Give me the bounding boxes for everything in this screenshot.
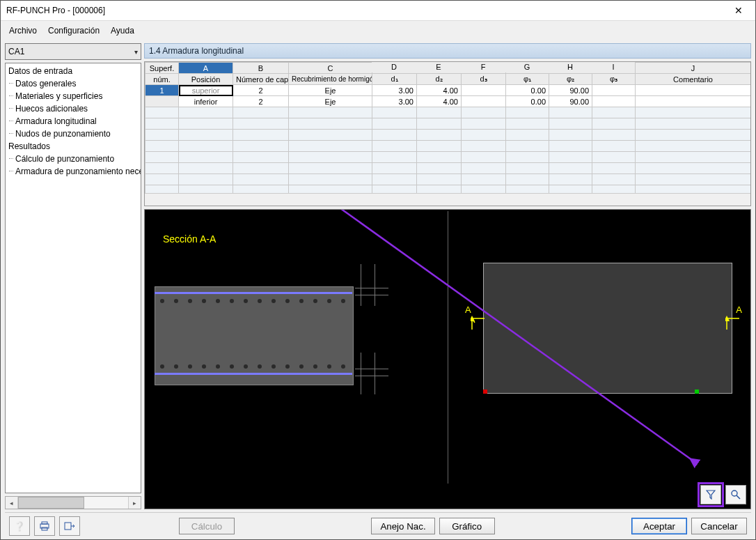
close-button[interactable]: ✕	[725, 1, 753, 20]
cell-p3[interactable]	[592, 96, 636, 107]
tree-item-openings[interactable]: Huecos adicionales	[6, 102, 141, 115]
table-row[interactable]: 1 superior 2 Eje 3.00 4.00 0.00 90.00	[145, 85, 751, 96]
cell-ref[interactable]: Eje	[289, 85, 372, 96]
cell-ref[interactable]: Eje	[289, 96, 372, 107]
graphics-button[interactable]: Gráfico	[439, 518, 495, 534]
cell-d3[interactable]	[462, 96, 506, 107]
scroll-track[interactable]	[18, 497, 128, 509]
bottom-bar: ❔ Cálculo Anejo Nac. Gráfico Aceptar Can…	[5, 512, 751, 539]
accept-button[interactable]: Aceptar	[631, 518, 687, 534]
menu-help[interactable]: Ayuda	[107, 24, 139, 37]
tree-group-results[interactable]: Resultados	[6, 140, 141, 153]
hdr-d3[interactable]: d₃	[462, 74, 506, 85]
cell-comment[interactable]	[636, 96, 751, 107]
section-mark-a-right: A	[736, 304, 742, 315]
arrow-up-icon-left	[471, 314, 486, 331]
col-group-dir: Dirección de las capas [°]	[506, 63, 636, 74]
rebar-top	[155, 292, 352, 294]
table-row-empty	[145, 118, 751, 130]
col-letter-a[interactable]: A	[179, 63, 233, 74]
section-label: Sección A-A	[163, 233, 216, 245]
graphics-viewer[interactable]: Sección A-A	[144, 209, 751, 509]
cell-comment[interactable]	[636, 85, 751, 96]
col-letter-j[interactable]: J	[636, 63, 751, 74]
cell-d1[interactable]: 3.00	[372, 96, 417, 107]
table-row-empty	[145, 152, 751, 163]
hdr-layers[interactable]: Número de capas	[233, 74, 289, 85]
hdr-position[interactable]: Posición	[179, 74, 233, 85]
row-num[interactable]	[145, 96, 179, 107]
calc-button[interactable]: Cálculo	[179, 518, 235, 534]
hdr-d1[interactable]: d₁	[372, 74, 417, 85]
zoom-button[interactable]	[725, 485, 746, 504]
case-combo-value: CA1	[8, 47, 24, 56]
svg-rect-8	[65, 523, 71, 530]
scroll-left-icon[interactable]: ◂	[6, 497, 18, 509]
node-marker-red	[483, 389, 487, 394]
cell-p2[interactable]: 90.00	[549, 96, 592, 107]
print-button[interactable]	[34, 516, 55, 536]
tree-h-scrollbar[interactable]: ◂ ▸	[5, 496, 141, 509]
case-combo[interactable]: CA1 ▾	[5, 43, 141, 60]
filter-button[interactable]	[700, 485, 721, 504]
rebar-bottom	[155, 373, 352, 375]
cell-p1[interactable]: 0.00	[506, 96, 549, 107]
table-row-empty	[145, 130, 751, 141]
scroll-right-icon[interactable]: ▸	[128, 497, 141, 509]
bottom-bars	[160, 364, 345, 369]
export-button[interactable]	[59, 516, 80, 536]
hdr-phi2[interactable]: φ₂	[549, 74, 592, 85]
cell-p2[interactable]: 90.00	[549, 85, 592, 96]
hdr-comment[interactable]: Comentario	[636, 74, 751, 85]
tree-item-punching-calc[interactable]: Cálculo de punzonamiento	[6, 153, 141, 165]
tree-item-long-reinf[interactable]: Armadura longitudinal	[6, 115, 141, 128]
cell-layers[interactable]: 2	[233, 96, 289, 107]
nav-tree[interactable]: Datos de entrada Datos generales Materia…	[5, 63, 141, 493]
tree-item-general[interactable]: Datos generales	[6, 77, 141, 90]
cell-d2[interactable]: 4.00	[417, 96, 462, 107]
menu-file[interactable]: Archivo	[5, 24, 41, 37]
col-group-cover: Recubrimiento de hormigón [cm]	[372, 63, 506, 74]
grid-h-scroll[interactable]	[145, 193, 750, 206]
col-letter-b[interactable]: B	[233, 63, 289, 74]
viewer-toolbar	[700, 485, 746, 504]
tree-item-punching-reinf[interactable]: Armadura de punzonamiento necesaria	[6, 165, 141, 178]
printer-icon	[39, 521, 50, 531]
section-mark-a-left: A	[465, 304, 471, 315]
pane-title: 1.4 Armadura longitudinal	[144, 43, 751, 59]
top-bars	[160, 299, 345, 303]
cell-p3[interactable]	[592, 85, 636, 96]
hdr-ref[interactable]: Recubrimiento de hormigón de referencia	[289, 74, 372, 85]
titlebar: RF-PUNCH Pro - [000006] ✕	[1, 1, 755, 21]
col-letter-c[interactable]: C	[289, 63, 372, 74]
grid-corner-bot: núm.	[145, 74, 179, 85]
cell-d3[interactable]	[462, 85, 506, 96]
help-button[interactable]: ❔	[9, 516, 30, 536]
hdr-phi1[interactable]: φ₁	[506, 74, 549, 85]
hdr-phi3[interactable]: φ₃	[592, 74, 636, 85]
tree-item-punching-nodes[interactable]: Nudos de punzonamiento	[6, 128, 141, 140]
menu-config[interactable]: Configuración	[44, 24, 104, 37]
svg-line-4	[737, 495, 740, 499]
window-title: RF-PUNCH Pro - [000006]	[6, 6, 725, 15]
data-grid[interactable]: Superf. A B C Recubrimiento de hormigón …	[144, 61, 751, 206]
cell-d1[interactable]: 3.00	[372, 85, 417, 96]
cell-position[interactable]: superior	[179, 85, 233, 96]
row-num[interactable]: 1	[145, 85, 179, 96]
scroll-thumb[interactable]	[18, 497, 84, 509]
node-marker-green	[695, 389, 699, 394]
national-annex-button[interactable]: Anejo Nac.	[371, 518, 434, 534]
cell-p1[interactable]: 0.00	[506, 85, 549, 96]
viewer-splitter[interactable]	[448, 211, 448, 484]
menubar: Archivo Configuración Ayuda	[1, 21, 755, 40]
cell-d2[interactable]: 4.00	[417, 85, 462, 96]
tree-group-input[interactable]: Datos de entrada	[6, 65, 141, 77]
hdr-d2[interactable]: d₂	[417, 74, 462, 85]
tree-item-materials[interactable]: Materiales y superficies	[6, 90, 141, 102]
table-row[interactable]: inferior 2 Eje 3.00 4.00 0.00 90.00	[145, 96, 751, 107]
table-row-empty	[145, 141, 751, 152]
cancel-button[interactable]: Cancelar	[691, 518, 747, 534]
cell-position[interactable]: inferior	[179, 96, 233, 107]
table-row-empty	[145, 107, 751, 118]
cell-layers[interactable]: 2	[233, 85, 289, 96]
